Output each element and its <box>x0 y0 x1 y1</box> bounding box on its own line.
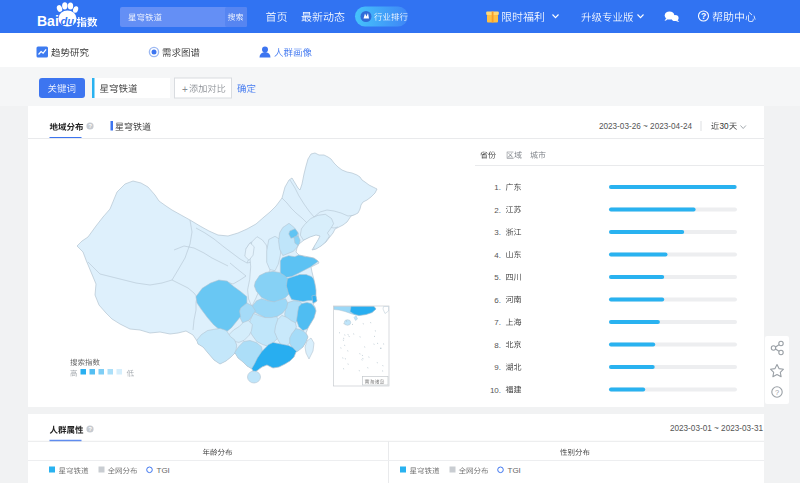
svg-text:?: ? <box>88 426 92 432</box>
svg-text:1.: 1. <box>494 183 501 192</box>
svg-text:+: + <box>182 84 188 95</box>
svg-text:3.: 3. <box>494 228 501 237</box>
svg-text:7.: 7. <box>494 318 501 327</box>
svg-text:6.: 6. <box>494 296 501 305</box>
svg-text:?: ? <box>775 388 779 397</box>
svg-text:?: ? <box>701 11 706 21</box>
svg-text:30: 30 <box>720 122 730 131</box>
svg-text:2023-03-26 ~ 2023-04-24: 2023-03-26 ~ 2023-04-24 <box>599 122 693 131</box>
svg-text:2023-03-01 ~ 2023-03-31: 2023-03-01 ~ 2023-03-31 <box>670 424 764 433</box>
svg-text:10.: 10. <box>490 386 501 395</box>
svg-text:2.: 2. <box>494 206 501 215</box>
svg-text:9.: 9. <box>494 363 501 372</box>
svg-text:TGI: TGI <box>157 466 170 475</box>
svg-text:?: ? <box>88 123 92 129</box>
svg-text:du: du <box>61 15 75 27</box>
svg-text:4.: 4. <box>494 251 501 260</box>
svg-text:TGI: TGI <box>508 466 521 475</box>
svg-text:5.: 5. <box>494 273 501 282</box>
svg-text:8.: 8. <box>494 341 501 350</box>
svg-text:Bai: Bai <box>37 13 59 29</box>
